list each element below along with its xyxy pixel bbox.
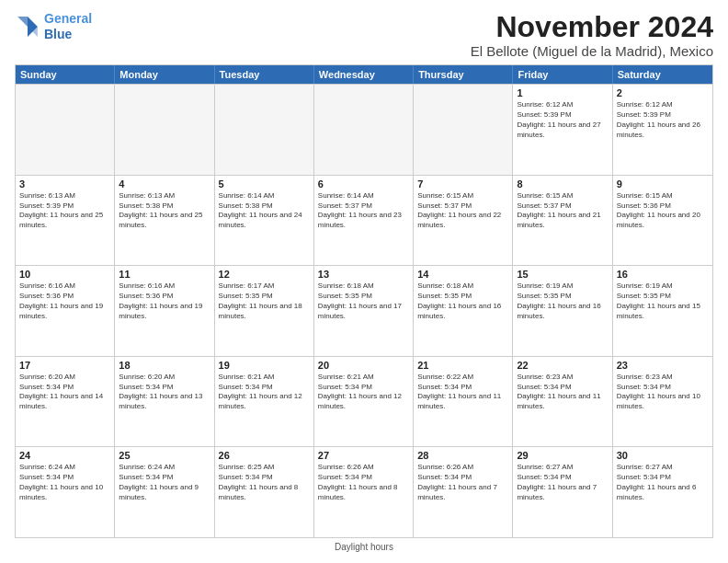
calendar-cell: 11Sunrise: 6:16 AMSunset: 5:36 PMDayligh… [115, 266, 214, 356]
calendar-cell [16, 85, 115, 175]
calendar-cell: 19Sunrise: 6:21 AMSunset: 5:34 PMDayligh… [215, 357, 314, 447]
calendar-cell: 18Sunrise: 6:20 AMSunset: 5:34 PMDayligh… [115, 357, 214, 447]
calendar-cell: 20Sunrise: 6:21 AMSunset: 5:34 PMDayligh… [314, 357, 414, 447]
day-info: Sunrise: 6:21 AMSunset: 5:34 PMDaylight:… [219, 373, 310, 412]
day-number: 22 [517, 360, 608, 371]
logo: General Blue [15, 11, 92, 42]
day-number: 27 [318, 450, 409, 461]
day-info: Sunrise: 6:20 AMSunset: 5:34 PMDaylight:… [19, 373, 110, 412]
calendar-week: 10Sunrise: 6:16 AMSunset: 5:36 PMDayligh… [16, 265, 712, 356]
day-info: Sunrise: 6:18 AMSunset: 5:35 PMDaylight:… [417, 282, 508, 321]
day-number: 7 [417, 178, 508, 190]
calendar-cell: 30Sunrise: 6:27 AMSunset: 5:34 PMDayligh… [613, 447, 712, 537]
day-info: Sunrise: 6:27 AMSunset: 5:34 PMDaylight:… [617, 463, 709, 502]
day-info: Sunrise: 6:13 AMSunset: 5:39 PMDaylight:… [19, 191, 110, 231]
calendar-cell: 24Sunrise: 6:24 AMSunset: 5:34 PMDayligh… [16, 447, 115, 537]
title-block: November 2024 El Bellote (Miguel de la M… [471, 11, 713, 59]
calendar-cell: 7Sunrise: 6:15 AMSunset: 5:37 PMDaylight… [414, 176, 513, 266]
calendar-cell: 15Sunrise: 6:19 AMSunset: 5:35 PMDayligh… [513, 266, 612, 356]
calendar-weekday-header: Saturday [613, 65, 712, 84]
day-number: 13 [318, 269, 409, 280]
day-info: Sunrise: 6:26 AMSunset: 5:34 PMDaylight:… [318, 463, 409, 502]
day-number: 23 [617, 360, 709, 371]
day-number: 5 [219, 178, 310, 190]
day-info: Sunrise: 6:15 AMSunset: 5:37 PMDaylight:… [517, 191, 608, 231]
logo-icon [15, 14, 40, 40]
day-info: Sunrise: 6:15 AMSunset: 5:37 PMDaylight:… [417, 191, 508, 231]
day-info: Sunrise: 6:12 AMSunset: 5:39 PMDaylight:… [517, 100, 608, 140]
calendar-cell: 3Sunrise: 6:13 AMSunset: 5:39 PMDaylight… [16, 176, 115, 266]
day-number: 20 [318, 360, 409, 371]
day-number: 16 [617, 269, 709, 280]
day-info: Sunrise: 6:13 AMSunset: 5:38 PMDaylight:… [119, 191, 210, 231]
day-number: 9 [617, 178, 709, 190]
day-info: Sunrise: 6:19 AMSunset: 5:35 PMDaylight:… [617, 282, 709, 321]
day-number: 24 [19, 450, 110, 461]
day-info: Sunrise: 6:23 AMSunset: 5:34 PMDaylight:… [517, 373, 608, 412]
calendar-cell: 26Sunrise: 6:25 AMSunset: 5:34 PMDayligh… [215, 447, 314, 537]
page-subtitle: El Bellote (Miguel de la Madrid), Mexico [471, 43, 713, 59]
day-number: 11 [119, 269, 210, 280]
calendar-cell: 14Sunrise: 6:18 AMSunset: 5:35 PMDayligh… [414, 266, 513, 356]
day-number: 15 [517, 269, 608, 280]
header: General Blue November 2024 El Bellote (M… [15, 11, 713, 59]
calendar-cell [215, 85, 314, 175]
calendar-cell: 2Sunrise: 6:12 AMSunset: 5:39 PMDaylight… [613, 85, 712, 175]
calendar-cell: 27Sunrise: 6:26 AMSunset: 5:34 PMDayligh… [314, 447, 414, 537]
day-number: 29 [517, 450, 608, 461]
calendar-cell: 29Sunrise: 6:27 AMSunset: 5:34 PMDayligh… [513, 447, 612, 537]
day-info: Sunrise: 6:23 AMSunset: 5:34 PMDaylight:… [617, 373, 709, 412]
logo-general: General [44, 11, 92, 26]
daylight-note: Daylight hours [15, 538, 713, 554]
day-number: 2 [617, 87, 709, 98]
calendar-cell: 8Sunrise: 6:15 AMSunset: 5:37 PMDaylight… [513, 176, 612, 266]
logo-text: General Blue [44, 11, 92, 42]
day-number: 19 [219, 360, 310, 371]
day-number: 10 [19, 269, 110, 280]
calendar-cell: 21Sunrise: 6:22 AMSunset: 5:34 PMDayligh… [414, 357, 513, 447]
day-number: 3 [19, 178, 110, 190]
calendar-cell: 17Sunrise: 6:20 AMSunset: 5:34 PMDayligh… [16, 357, 115, 447]
calendar-week: 3Sunrise: 6:13 AMSunset: 5:39 PMDaylight… [16, 175, 712, 266]
day-info: Sunrise: 6:14 AMSunset: 5:38 PMDaylight:… [219, 191, 310, 231]
day-number: 28 [417, 450, 508, 461]
day-info: Sunrise: 6:24 AMSunset: 5:34 PMDaylight:… [119, 463, 210, 502]
day-number: 1 [517, 87, 608, 98]
day-number: 18 [119, 360, 210, 371]
day-info: Sunrise: 6:22 AMSunset: 5:34 PMDaylight:… [417, 373, 508, 412]
calendar-body: 1Sunrise: 6:12 AMSunset: 5:39 PMDaylight… [16, 84, 712, 537]
logo-blue: Blue [44, 27, 72, 41]
day-info: Sunrise: 6:17 AMSunset: 5:35 PMDaylight:… [219, 282, 310, 321]
calendar-week: 17Sunrise: 6:20 AMSunset: 5:34 PMDayligh… [16, 356, 712, 447]
day-number: 17 [19, 360, 110, 371]
day-number: 26 [219, 450, 310, 461]
calendar-week: 1Sunrise: 6:12 AMSunset: 5:39 PMDaylight… [16, 84, 712, 175]
day-number: 8 [517, 178, 608, 190]
calendar-cell: 16Sunrise: 6:19 AMSunset: 5:35 PMDayligh… [613, 266, 712, 356]
calendar-weekday-header: Friday [513, 65, 612, 84]
calendar-cell: 22Sunrise: 6:23 AMSunset: 5:34 PMDayligh… [513, 357, 612, 447]
day-number: 12 [219, 269, 310, 280]
day-info: Sunrise: 6:24 AMSunset: 5:34 PMDaylight:… [19, 463, 110, 502]
calendar-weekday-header: Wednesday [314, 65, 414, 84]
calendar-week: 24Sunrise: 6:24 AMSunset: 5:34 PMDayligh… [16, 446, 712, 537]
day-number: 25 [119, 450, 210, 461]
calendar-cell [314, 85, 414, 175]
day-number: 21 [417, 360, 508, 371]
calendar-cell: 13Sunrise: 6:18 AMSunset: 5:35 PMDayligh… [314, 266, 414, 356]
day-number: 30 [617, 450, 709, 461]
calendar-cell: 12Sunrise: 6:17 AMSunset: 5:35 PMDayligh… [215, 266, 314, 356]
calendar-weekday-header: Monday [115, 65, 214, 84]
calendar-cell: 23Sunrise: 6:23 AMSunset: 5:34 PMDayligh… [613, 357, 712, 447]
day-info: Sunrise: 6:27 AMSunset: 5:34 PMDaylight:… [517, 463, 608, 502]
calendar-weekday-header: Thursday [414, 65, 513, 84]
calendar-cell: 6Sunrise: 6:14 AMSunset: 5:37 PMDaylight… [314, 176, 414, 266]
calendar-header: SundayMondayTuesdayWednesdayThursdayFrid… [16, 65, 712, 84]
page-title: November 2024 [471, 11, 713, 43]
calendar-cell: 1Sunrise: 6:12 AMSunset: 5:39 PMDaylight… [513, 85, 612, 175]
calendar-cell: 25Sunrise: 6:24 AMSunset: 5:34 PMDayligh… [115, 447, 214, 537]
day-info: Sunrise: 6:16 AMSunset: 5:36 PMDaylight:… [119, 282, 210, 321]
calendar-cell: 28Sunrise: 6:26 AMSunset: 5:34 PMDayligh… [414, 447, 513, 537]
calendar-cell: 10Sunrise: 6:16 AMSunset: 5:36 PMDayligh… [16, 266, 115, 356]
day-number: 4 [119, 178, 210, 190]
